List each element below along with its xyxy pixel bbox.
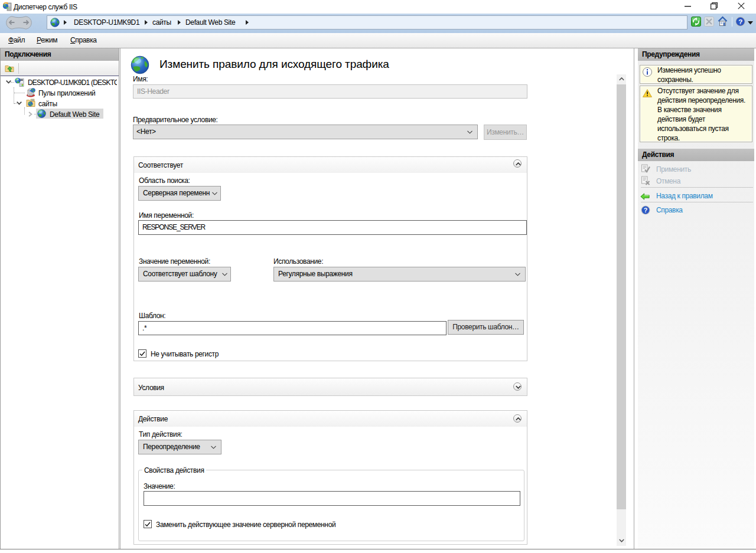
svg-text:?: ?	[738, 18, 742, 25]
svg-text:?: ?	[644, 207, 647, 214]
